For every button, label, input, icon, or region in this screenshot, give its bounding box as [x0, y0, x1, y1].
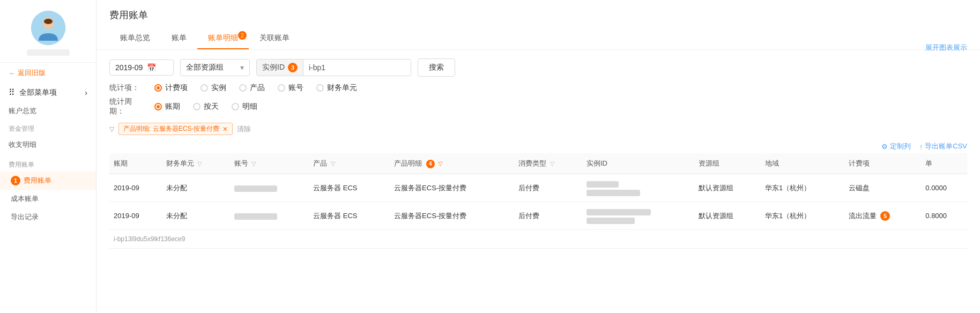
table-row: 2019-09 未分配 云服务器 ECS 云服务器ECS-按量付费 后付费 默认…	[109, 202, 967, 230]
cell-resource-group-1: 默认资源组	[694, 174, 761, 202]
resource-group-label: 全部资源组	[186, 63, 224, 72]
sidebar-section-bill: 费用账单	[0, 154, 96, 172]
col-product-detail: 产品明细 4 ▽	[390, 153, 514, 174]
avatar	[31, 11, 65, 45]
instance-badge: 3	[288, 63, 298, 72]
col-cost-type: 消费类型 ▽	[514, 153, 582, 174]
radio-product[interactable]: 产品	[239, 83, 265, 93]
cell-region-1: 华东1（杭州）	[761, 174, 844, 202]
export-csv-btn[interactable]: ↑ 导出账单CSV	[919, 141, 967, 151]
search-button[interactable]: 搜索	[418, 58, 455, 77]
cell-product-detail-2: 云服务器ECS-按量付费	[390, 202, 514, 230]
back-to-old-btn[interactable]: ← 返回旧版	[0, 63, 96, 83]
sidebar-item-fee-bill[interactable]: 1 费用账单	[0, 172, 96, 190]
cell-period-1: 2019-09	[109, 174, 162, 202]
resource-group-select[interactable]: 全部资源组 ▾	[180, 59, 250, 76]
blurred-instance-1b	[586, 190, 640, 196]
radio-instance[interactable]: 实例	[201, 83, 226, 93]
cell-account-2	[230, 202, 309, 230]
date-value: 2019-09	[115, 63, 143, 72]
tab-bill[interactable]: 账单	[161, 28, 197, 49]
cell-product-detail-1: 云服务器ECS-按量付费	[390, 174, 514, 202]
sidebar-item-account-overview[interactable]: 账户总览	[0, 102, 96, 120]
chevron-right-icon: ›	[85, 88, 87, 97]
radio-circle-account	[278, 84, 285, 92]
instance-input[interactable]	[303, 60, 411, 75]
custom-column-btn[interactable]: ⚙ 定制列	[881, 141, 911, 151]
export-label: 导出账单CSV	[925, 141, 967, 151]
date-picker[interactable]: 2019-09 📅	[109, 59, 174, 76]
all-menu-item[interactable]: ⠿ 全部菜单项 ›	[0, 83, 96, 102]
sidebar-item-income-expense[interactable]: 收支明细	[0, 136, 96, 154]
stat-period-row: 统计周期： 账期 按天 明细	[96, 95, 980, 118]
radio-fin-unit[interactable]: 财务单元	[316, 83, 357, 93]
table-toolbar: ⚙ 定制列 ↑ 导出账单CSV	[96, 139, 980, 153]
cell-cost-type-2: 后付费	[514, 202, 582, 230]
radio-label: 计费项	[165, 83, 188, 93]
tab-bill-detail[interactable]: 账单明细 2	[197, 28, 249, 49]
section-title-label: 费用账单	[9, 161, 34, 168]
gear-icon: ⚙	[881, 143, 888, 151]
sidebar-item-cost-bill[interactable]: 成本账单	[0, 190, 96, 208]
col-filter-icon-product[interactable]: ▽	[331, 160, 335, 167]
sidebar-item-label: 导出记录	[11, 213, 39, 221]
col-region: 地域	[761, 153, 844, 174]
back-label: 返回旧版	[18, 68, 46, 78]
radio-billing-item[interactable]: 计费项	[154, 83, 188, 93]
instance-label: 实例ID	[262, 63, 285, 72]
blurred-account-1	[234, 185, 277, 192]
radio-detail[interactable]: 明细	[232, 102, 257, 111]
all-menu-label: 全部菜单项	[19, 88, 57, 98]
clear-filter-btn[interactable]: 清除	[237, 124, 251, 134]
radio-label: 按天	[204, 102, 219, 111]
radio-circle-detail	[232, 103, 239, 110]
cell-instance-id-2	[582, 202, 694, 230]
cell-amount-1: 0.0000	[921, 174, 967, 202]
cell-instance-id-1	[582, 174, 694, 202]
col-instance-id: 实例ID	[582, 153, 694, 174]
col-filter-icon-product-detail[interactable]: ▽	[438, 160, 442, 167]
col-filter-icon-cost-type[interactable]: ▽	[550, 160, 554, 167]
cell-fin-unit-1: 未分配	[162, 174, 230, 202]
table-row: 2019-09 未分配 云服务器 ECS 云服务器ECS-按量付费 后付费 默认…	[109, 174, 967, 202]
radio-account[interactable]: 账号	[278, 83, 303, 93]
filter-tag-close-btn[interactable]: ✕	[222, 125, 228, 133]
cell-billing-item-1: 云磁盘	[844, 174, 922, 202]
instance-filter-label-area: 实例ID 3	[257, 59, 303, 76]
arrow-left-icon: ←	[9, 69, 16, 77]
col-badge-4: 4	[426, 160, 435, 168]
section-title-label: 资金管理	[9, 125, 34, 132]
radio-circle-product	[239, 84, 247, 92]
col-filter-icon-account[interactable]: ▽	[251, 160, 256, 167]
filter-funnel-icon: ▽	[109, 125, 114, 133]
cell-period-2: 2019-09	[109, 202, 162, 230]
radio-label: 明细	[242, 102, 257, 111]
cell-account-1	[230, 174, 309, 202]
badge-5: 5	[880, 211, 890, 221]
radio-circle-bill-period	[154, 103, 162, 110]
tab-related-bill[interactable]: 关联账单	[249, 28, 300, 49]
tab-bar: 账单总览 账单 账单明细 2 关联账单	[109, 28, 967, 49]
grid-icon: ⠿	[9, 87, 15, 98]
blurred-account-2	[234, 213, 277, 220]
tab-bill-overview[interactable]: 账单总览	[109, 28, 161, 49]
col-resource-group: 资源组	[694, 153, 761, 174]
partial-row: i-bp13l9du5x9lkf136ece9	[109, 230, 967, 249]
cell-cost-type-1: 后付费	[514, 174, 582, 202]
table-row: i-bp13l9du5x9lkf136ece9	[109, 230, 967, 249]
radio-label: 产品	[250, 83, 265, 93]
sidebar-section-capital: 资金管理	[0, 120, 96, 136]
bill-table-container: 账期 财务单元 ▽ 账号 ▽ 产品 ▽ 产品明细 4	[96, 153, 980, 249]
expand-chart-link[interactable]: 展开图表展示	[925, 43, 967, 53]
radio-by-day[interactable]: 按天	[193, 102, 219, 111]
radio-circle-billing	[154, 84, 162, 92]
sidebar-item-export-records[interactable]: 导出记录	[0, 208, 96, 226]
col-filter-icon-fin-unit[interactable]: ▽	[197, 160, 202, 167]
radio-label: 账号	[288, 83, 303, 93]
blurred-instance-2b	[586, 218, 635, 224]
sidebar-item-label: 账户总览	[9, 107, 36, 115]
radio-bill-period[interactable]: 账期	[154, 102, 180, 111]
cell-billing-item-2: 流出流量 5	[844, 202, 922, 230]
sidebar-active-label: 费用账单	[24, 176, 51, 185]
avatar-area	[0, 0, 96, 63]
